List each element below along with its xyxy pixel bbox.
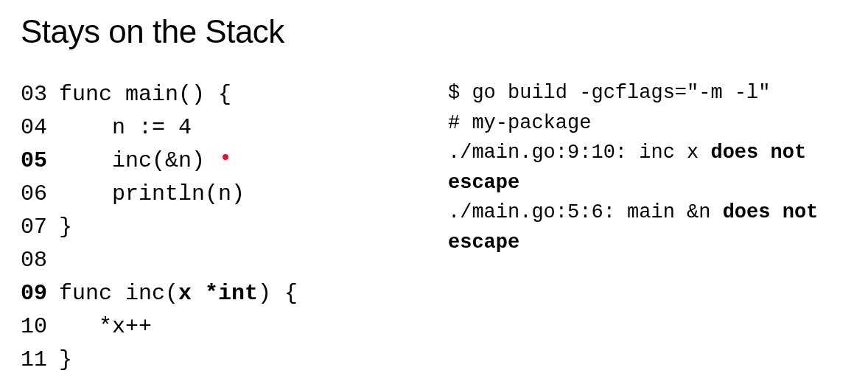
line-number: 03 — [21, 78, 59, 111]
code-line: 10 *x++ — [21, 310, 404, 344]
terminal-escape-line: ./main.go:5:6: main &n does not escape — [448, 198, 847, 257]
line-number: 10 — [21, 310, 59, 344]
code-indent — [59, 144, 112, 178]
terminal-text: ./main.go:5:6: main &n — [448, 201, 723, 223]
code-text: func main() { — [59, 78, 231, 111]
code-indent — [59, 178, 112, 211]
code-line: 04 n := 4 — [21, 111, 404, 144]
code-text: func inc( — [59, 277, 178, 310]
terminal-text: ./main.go:9:10: inc x — [448, 142, 710, 164]
code-line: 09func inc(x *int) { — [21, 277, 404, 310]
line-number: 05 — [21, 144, 59, 178]
terminal-escape-line: ./main.go:9:10: inc x does not escape — [448, 138, 847, 198]
content-columns: 03func main() { 04 n := 4 05 inc(&n) 06 … — [21, 78, 847, 377]
highlight-marker-icon — [223, 154, 228, 160]
code-line: 03func main() { — [21, 78, 404, 111]
code-text: } — [59, 211, 72, 244]
code-indent — [59, 111, 112, 144]
code-line: 08 — [21, 244, 404, 277]
terminal-command: $ go build -gcflags="-m -l" — [448, 78, 847, 108]
code-line: 05 inc(&n) — [21, 144, 404, 178]
code-indent — [59, 310, 99, 344]
line-number: 09 — [21, 277, 59, 310]
line-number: 08 — [21, 244, 59, 277]
line-number: 11 — [21, 344, 59, 377]
code-text: inc(&n) — [112, 144, 205, 178]
line-number: 04 — [21, 111, 59, 144]
code-text: } — [59, 344, 72, 377]
code-block: 03func main() { 04 n := 4 05 inc(&n) 06 … — [21, 78, 404, 377]
code-text-bold: x *int — [178, 277, 258, 310]
code-text: println(n) — [112, 178, 245, 211]
code-line: 11} — [21, 344, 404, 377]
code-line: 07} — [21, 211, 404, 244]
slide-title: Stays on the Stack — [21, 13, 847, 50]
code-line: 06 println(n) — [21, 178, 404, 211]
terminal-package: # my-package — [448, 108, 847, 139]
line-number: 06 — [21, 178, 59, 211]
code-text: ) { — [258, 277, 298, 310]
code-text: n := 4 — [112, 111, 192, 144]
code-text: *x++ — [99, 310, 152, 344]
terminal-output: $ go build -gcflags="-m -l" # my-package… — [448, 78, 847, 377]
line-number: 07 — [21, 211, 59, 244]
